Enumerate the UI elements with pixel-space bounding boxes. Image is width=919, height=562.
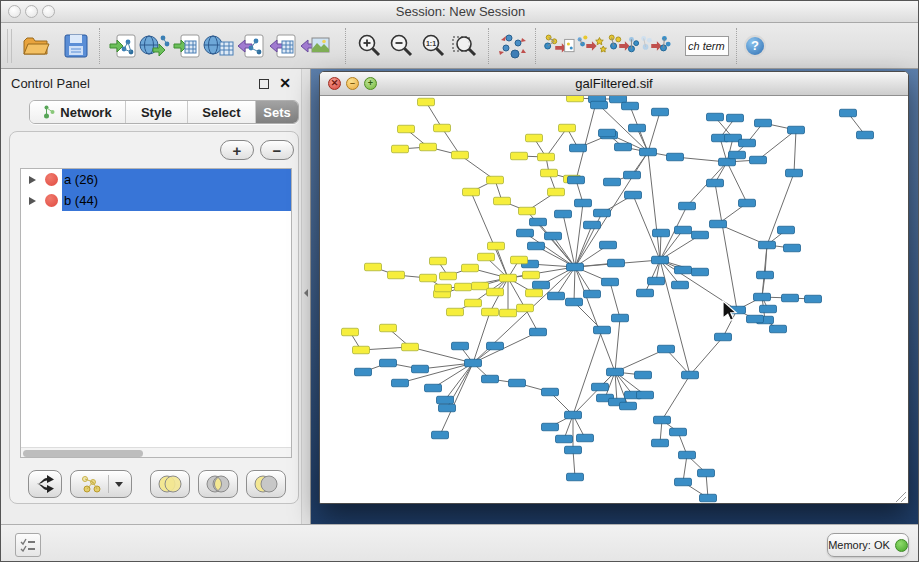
graph-node[interactable] (555, 210, 572, 218)
new-network-from-selection-button[interactable] (607, 30, 639, 62)
graph-node[interactable] (675, 226, 692, 234)
graph-node[interactable] (755, 119, 772, 127)
import-table-web-button[interactable] (203, 30, 235, 62)
graph-node[interactable] (440, 272, 457, 280)
network-canvas[interactable] (320, 96, 908, 504)
graph-node[interactable] (629, 124, 646, 132)
graph-node[interactable] (584, 290, 601, 298)
graph-node[interactable] (760, 305, 777, 313)
export-table-button[interactable] (267, 30, 299, 62)
panel-splitter[interactable] (301, 69, 311, 524)
graph-node[interactable] (622, 102, 639, 110)
import-table-file-button[interactable] (171, 30, 203, 62)
graph-node[interactable] (652, 256, 669, 264)
panel-float-icon[interactable] (259, 79, 269, 89)
graph-node[interactable] (727, 114, 744, 122)
graph-node[interactable] (500, 274, 517, 282)
remove-set-button[interactable]: − (260, 140, 294, 160)
graph-node[interactable] (526, 134, 543, 142)
graph-node[interactable] (707, 113, 724, 121)
zoom-out-button[interactable] (385, 30, 417, 62)
graph-node[interactable] (542, 423, 559, 431)
graph-node[interactable] (594, 209, 611, 217)
graph-node[interactable] (612, 314, 629, 322)
graph-node[interactable] (463, 188, 480, 196)
graph-node[interactable] (652, 108, 669, 116)
graph-node[interactable] (692, 231, 709, 239)
graph-node[interactable] (575, 199, 592, 207)
graph-node[interactable] (519, 207, 536, 215)
graph-node[interactable] (462, 264, 479, 272)
graph-node[interactable] (707, 179, 724, 187)
export-selected-nodes-button[interactable] (543, 30, 575, 62)
hide-selected-button[interactable] (575, 30, 607, 62)
tab-network[interactable]: Network (30, 101, 126, 123)
graph-node[interactable] (538, 153, 555, 161)
toolbar-grip[interactable] (7, 29, 12, 63)
task-history-button[interactable] (15, 533, 41, 557)
graph-node[interactable] (658, 345, 675, 353)
graph-node[interactable] (594, 326, 611, 334)
save-session-button[interactable] (60, 30, 92, 62)
graph-node[interactable] (625, 191, 642, 199)
horizontal-scrollbar[interactable] (21, 447, 291, 457)
graph-node[interactable] (567, 96, 584, 102)
graph-node[interactable] (610, 96, 627, 103)
graph-node[interactable] (739, 199, 756, 207)
graph-node[interactable] (698, 469, 715, 477)
graph-node[interactable] (355, 368, 372, 376)
zoom-selected-button[interactable] (449, 30, 481, 62)
graph-node[interactable] (620, 402, 637, 410)
graph-node[interactable] (570, 144, 587, 152)
graph-node[interactable] (788, 126, 805, 134)
graph-node[interactable] (392, 379, 409, 387)
graph-node[interactable] (754, 293, 771, 301)
graph-node[interactable] (672, 281, 689, 289)
graph-node[interactable] (600, 241, 617, 249)
collapse-arrow-icon[interactable] (304, 289, 308, 297)
graph-node[interactable] (679, 202, 696, 210)
graph-node[interactable] (437, 396, 454, 404)
graph-node[interactable] (565, 446, 582, 454)
graph-node[interactable] (511, 152, 528, 160)
graph-node[interactable] (652, 439, 669, 447)
graph-node[interactable] (342, 328, 359, 336)
graph-node[interactable] (380, 324, 397, 332)
graph-node[interactable] (545, 232, 562, 240)
graph-node[interactable] (565, 411, 582, 419)
network-graph[interactable] (320, 96, 908, 504)
graph-node[interactable] (420, 143, 437, 151)
graph-node[interactable] (675, 478, 692, 486)
graph-node[interactable] (488, 242, 505, 250)
graph-node[interactable] (452, 342, 469, 350)
zoom-in-button[interactable] (353, 30, 385, 62)
graph-node[interactable] (729, 151, 746, 159)
search-input[interactable] (685, 36, 729, 56)
network-window-titlebar[interactable]: ✕ – + galFiltered.sif (320, 72, 908, 96)
set-label[interactable]: b (44) (62, 190, 291, 211)
graph-node[interactable] (388, 271, 405, 279)
graph-node[interactable] (487, 176, 504, 184)
graph-node[interactable] (353, 346, 370, 354)
new-network-from-all-button[interactable] (639, 30, 671, 62)
graph-node[interactable] (654, 416, 671, 424)
graph-node[interactable] (509, 379, 526, 387)
graph-node[interactable] (591, 101, 608, 109)
graph-node[interactable] (682, 371, 699, 379)
graph-node[interactable] (592, 383, 609, 391)
graph-node[interactable] (487, 342, 504, 350)
tab-sets[interactable]: Sets (256, 101, 298, 123)
graph-node[interactable] (392, 145, 409, 153)
panel-close-icon[interactable]: ✕ (279, 75, 291, 91)
graph-node[interactable] (425, 384, 442, 392)
graph-node[interactable] (608, 259, 625, 267)
graph-node[interactable] (523, 271, 540, 279)
graph-node[interactable] (465, 359, 482, 367)
graph-node[interactable] (747, 315, 764, 323)
graph-node[interactable] (487, 288, 504, 296)
graph-node[interactable] (568, 176, 585, 184)
graph-node[interactable] (750, 156, 767, 164)
graph-node[interactable] (757, 271, 774, 279)
graph-node[interactable] (380, 359, 397, 367)
graph-node[interactable] (434, 124, 451, 132)
